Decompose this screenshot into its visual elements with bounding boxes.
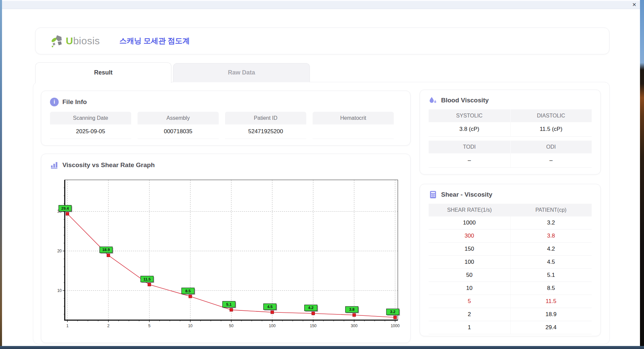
chart-data-label-text: 18.9 [102, 248, 110, 252]
desktop-edge-bottom [0, 346, 644, 349]
chart-x-tick-label: 5 [148, 323, 151, 328]
file-info-field: Scanning Date2025-09-05 [50, 112, 131, 139]
tab-result[interactable]: Result [35, 62, 171, 83]
patient-viscosity-cell: 4.2 [511, 243, 592, 256]
chart-data-label-text: 3.2 [390, 310, 395, 314]
shear-table-row: 1004.5 [429, 256, 592, 269]
chart-x-tick-label: 1 [66, 323, 69, 328]
patient-viscosity-cell: 3.2 [511, 216, 592, 230]
bv-metric-value: 11.5 (cP) [511, 122, 592, 137]
chart-x-tick-label: 300 [351, 323, 358, 328]
bv-metric-label: DIASTOLIC [511, 109, 592, 122]
tab-raw-data[interactable]: Raw Data [173, 63, 310, 82]
patient-viscosity-cell: 29.4 [511, 321, 592, 334]
shear-rate-cell: 1 [429, 321, 511, 334]
file-info-field-value: 000718035 [138, 124, 219, 139]
chart-data-label-text: 3.8 [349, 307, 355, 311]
chart-data-label-text: 4.2 [308, 306, 314, 310]
chart-data-label-text: 8.5 [185, 289, 191, 293]
file-info-field-label: Assembly [138, 112, 219, 124]
window-titlebar: ✕ [0, 0, 644, 9]
graph-title: Viscosity vs Shear Rate Graph [62, 161, 155, 169]
file-info-card: i File Info Scanning Date2025-09-05Assem… [41, 91, 411, 146]
bv-metric-value: – [429, 153, 511, 168]
desktop-edge-left [0, 0, 2, 349]
app-title-korean: 스캐닝 모세관 점도계 [119, 36, 190, 46]
chart-y-tick-label: 20 [57, 249, 62, 253]
patient-viscosity-cell: 5.1 [511, 269, 592, 282]
chart-data-point [107, 254, 110, 257]
shear-rate-cell: 50 [429, 269, 511, 282]
file-info-field-label: Hematocrit [313, 112, 394, 124]
ubiosis-leaf-logo-icon [50, 34, 64, 48]
blood-viscosity-card: Blood Viscosity SYSTOLICDIASTOLIC3.8 (cP… [420, 90, 601, 174]
shear-header-row: SHEAR RATE(1/s)PATIENT(cp) [429, 204, 592, 216]
chart-data-label-text: 29.4 [61, 206, 69, 210]
chart-data-point [230, 308, 233, 311]
patient-viscosity-cell: 4.5 [511, 256, 592, 269]
blood-viscosity-table: SYSTOLICDIASTOLIC3.8 (cP)11.5 (cP)TODIOD… [429, 109, 592, 168]
bv-header-row: TODIODI [429, 141, 592, 153]
shear-rate-cell: 10 [429, 282, 511, 295]
chart-x-tick-label: 50 [229, 323, 234, 328]
shear-rate-cell: 5 [429, 295, 511, 308]
file-info-field-value: 2025-09-05 [50, 124, 131, 139]
shear-table: SHEAR RATE(1/s)PATIENT(cp)10003.23003.81… [429, 204, 592, 334]
chart-data-point [353, 313, 356, 316]
file-info-field: Patient ID52471925200 [225, 112, 306, 139]
bv-metric-label: ODI [511, 141, 592, 153]
shear-rate-cell: 150 [429, 243, 511, 256]
bv-header-row: SYSTOLICDIASTOLIC [429, 109, 592, 122]
chart-data-point [394, 316, 397, 319]
chart-data-point [148, 283, 151, 286]
file-info-field-value [313, 124, 394, 139]
brand-name-u: U [66, 35, 73, 46]
bv-metric-label: SYSTOLIC [429, 109, 511, 122]
chart-x-tick-label: 1000 [391, 323, 400, 328]
bv-metric-label: TODI [429, 141, 511, 153]
calculator-icon [429, 190, 437, 199]
chart-data-point [271, 311, 274, 314]
bv-value-row: –– [429, 153, 592, 168]
file-info-field-label: Scanning Date [50, 112, 131, 124]
desktop-edge-right [640, 0, 644, 349]
shear-rate-cell: 1000 [429, 216, 511, 230]
bv-row-gap [429, 137, 592, 141]
shear-rate-cell: 2 [429, 308, 511, 321]
shear-table-row: 1504.2 [429, 243, 592, 256]
shear-table-row: 505.1 [429, 269, 592, 282]
shear-rate-cell: 300 [429, 230, 511, 243]
chart-data-point [189, 295, 192, 298]
brand-logo: Ubiosis [50, 34, 100, 48]
shear-table-row: 108.5 [429, 282, 592, 295]
shear-viscosity-title: Shear - Viscosity [441, 191, 492, 198]
shear-table-row: 10003.2 [429, 216, 592, 230]
app-header: Ubiosis 스캐닝 모세관 점도계 [35, 28, 609, 54]
bv-metric-value: – [511, 153, 592, 168]
bv-metric-value: 3.8 (cP) [429, 122, 511, 137]
app-window: ✕ Ubiosis 스캐닝 모세관 점도계 Result Raw Data i [0, 0, 644, 349]
file-info-field-value: 52471925200 [225, 124, 306, 139]
file-info-field: Assembly000718035 [138, 112, 219, 139]
chart-data-label-text: 4.5 [267, 305, 273, 309]
shear-table-row: 3003.8 [429, 230, 592, 243]
chart-data-label-text: 11.5 [143, 277, 151, 281]
file-info-field-label: Patient ID [225, 112, 306, 124]
shear-rate-cell: 100 [429, 256, 511, 269]
titlebar-highlight [0, 0, 644, 1]
patient-viscosity-cell: 8.5 [511, 282, 592, 295]
shear-table-row: 511.5 [429, 295, 592, 308]
blood-drop-icon [429, 96, 437, 105]
info-icon: i [50, 98, 59, 106]
brand-name: Ubiosis [66, 35, 100, 47]
bar-chart-icon [50, 161, 59, 169]
chart-x-tick-label: 10 [188, 323, 193, 328]
chart-x-tick-label: 150 [310, 323, 317, 328]
window-close-button[interactable]: ✕ [631, 1, 638, 8]
chart-data-point [312, 312, 315, 315]
chart-x-tick-label: 2 [107, 323, 110, 328]
chart-x-tick-label: 100 [269, 323, 276, 328]
file-info-title: File Info [62, 98, 87, 106]
brand-name-rest: biosis [73, 35, 100, 46]
chart-data-point [66, 212, 69, 215]
